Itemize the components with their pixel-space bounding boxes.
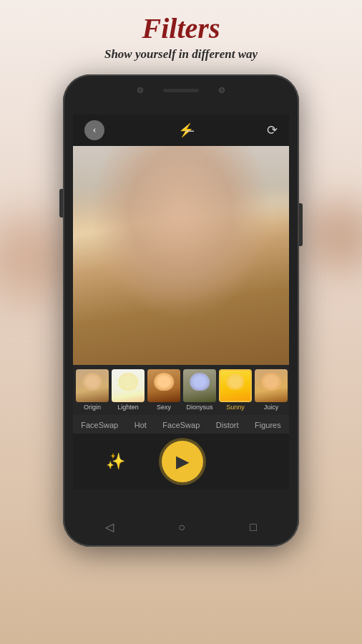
filter-origin[interactable]: Origin [76,369,109,411]
category-faceswap2[interactable]: FaceSwap [160,421,202,429]
filter-sexy-label: Sexy [157,404,171,411]
record-button[interactable]: ▶ [162,441,203,482]
header-section: Filters Show yourself in different way [104,0,258,69]
camera-toolbar: ‹ ⚡̶ ⟳ [73,114,289,146]
filter-sexy[interactable]: Sexy [147,369,180,411]
filter-juicy-label: Juicy [264,404,279,411]
filter-origin-label: Origin [84,404,101,411]
filter-juicy-thumb [255,369,288,402]
category-distort[interactable]: Distort [213,421,242,429]
sensor-dot [219,87,225,93]
filter-juicy-preview [255,369,288,402]
spacer [240,454,256,469]
category-figures[interactable]: Figures [252,421,284,429]
filter-sexy-thumb [147,369,180,402]
filter-lighten-thumb [112,369,145,402]
page-subtitle: Show yourself in different way [104,47,258,62]
volume-button [59,189,63,218]
filter-origin-thumb [76,369,109,402]
active-overlay [220,371,250,401]
phone-navigation-bar: ◁ ○ □ [73,520,289,534]
page-title: Filters [104,13,258,44]
bg-decoration-right [305,200,362,272]
filters-strip: Origin Lighten Sexy [73,365,289,415]
filter-juicy[interactable]: Juicy [255,369,288,411]
back-icon: ‹ [93,125,97,136]
bg-decoration-left [0,215,72,301]
nav-home-icon[interactable]: ○ [178,521,185,534]
filter-sunny[interactable]: Sunny [219,369,252,411]
category-faceswap1[interactable]: FaceSwap [78,421,121,429]
filter-dionysus-thumb [183,369,216,402]
flip-camera-icon[interactable]: ⟳ [267,122,278,138]
wand-icon[interactable]: ✨ [106,452,125,471]
front-camera-dot [137,87,143,93]
categories-bar: FaceSwap Hot FaceSwap Distort Figures [73,415,289,434]
filter-sexy-preview [147,369,180,402]
filter-origin-preview [76,369,109,402]
back-button[interactable]: ‹ [84,120,104,140]
filter-lighten[interactable]: Lighten [112,369,145,411]
filter-sunny-thumb [219,369,252,402]
filter-sunny-label: Sunny [226,404,245,411]
filter-dionysus-preview [183,369,216,402]
filter-lighten-preview [112,369,145,402]
category-hot[interactable]: Hot [132,421,150,429]
speaker-bar [163,89,199,92]
filter-lighten-label: Lighten [117,404,139,411]
filter-dionysus-label: Dionysus [186,404,212,411]
flash-icon[interactable]: ⚡̶ [178,122,194,138]
nav-back-icon[interactable]: ◁ [105,520,114,534]
camera-bottom-bar: ✨ ▶ [73,434,289,489]
photo-background [73,146,289,365]
person-overlay [73,146,289,365]
phone-body: ‹ ⚡̶ ⟳ Origin [63,74,299,547]
phone-screen: ‹ ⚡̶ ⟳ Origin [73,114,289,489]
nav-recent-icon[interactable]: □ [250,521,257,534]
phone-mockup: ‹ ⚡̶ ⟳ Origin [63,74,299,547]
power-button [299,203,303,246]
phone-top-notch [137,87,225,93]
camera-viewfinder [73,146,289,365]
filter-dionysus[interactable]: Dionysus [183,369,216,411]
record-icon: ▶ [176,452,189,472]
